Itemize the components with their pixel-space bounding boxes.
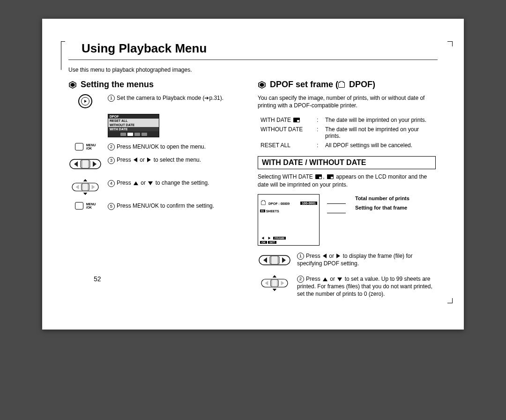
svg-marker-23 bbox=[273, 275, 277, 278]
svg-rect-14 bbox=[83, 184, 88, 191]
table-row: RESET ALL : All DPOF settings will be ca… bbox=[259, 141, 435, 150]
lcd-tabs bbox=[108, 131, 159, 137]
svg-rect-29 bbox=[272, 280, 277, 286]
date-icon bbox=[315, 174, 322, 179]
crop-mark-tr bbox=[447, 41, 453, 46]
hexagon-icon bbox=[258, 81, 266, 89]
step-5-row: MENU /OK 5Press MENU/OK to confirm the s… bbox=[68, 202, 246, 210]
caption-total: Total number of prints bbox=[355, 194, 409, 203]
step-4-row: 4Press or to change the setting. bbox=[68, 179, 246, 196]
section-heading-dpof: DPOF set frame ( DPOF) bbox=[258, 80, 436, 90]
dpof-lcd-row: 100-0001 DPOF : 00009 01 SHEETS FRAME OK… bbox=[258, 194, 436, 246]
step-1-text: 1Set the camera to Playback mode (➔p.31)… bbox=[108, 94, 246, 102]
playback-dial-icon bbox=[78, 94, 92, 108]
dpof-step-2-row: 2Press or to set a value. Up to 99 sheet… bbox=[258, 275, 436, 298]
menu-ok-button-icon: MENU /OK bbox=[75, 143, 96, 150]
lcd-menu-illustration: DPOF RESET ALL WITHOUT DATE WITH DATE bbox=[108, 114, 159, 137]
controller-icon-horizontal bbox=[68, 156, 102, 173]
lcd-head: DPOF bbox=[108, 114, 159, 119]
step-2-text: 2Press MENU/OK to open the menu. bbox=[108, 143, 246, 150]
lcd-item-withdate-selected: WITH DATE bbox=[108, 127, 159, 131]
right-arrow-icon bbox=[336, 254, 340, 258]
withdate-subtext: Selecting WITH DATE , appears on the LCD… bbox=[258, 173, 436, 188]
svg-marker-9 bbox=[83, 193, 88, 195]
step-2-row: MENU /OK 2Press MENU/OK to open the menu… bbox=[68, 143, 246, 150]
left-arrow-icon bbox=[323, 254, 327, 258]
manual-page: Using Playback Menu Use this menu to pla… bbox=[42, 19, 464, 330]
section-heading-text: DPOF set frame ( DPOF) bbox=[270, 80, 375, 90]
svg-marker-24 bbox=[273, 289, 277, 291]
file-number-badge: 100-0001 bbox=[300, 202, 317, 205]
tab-diecut-mark bbox=[61, 41, 65, 70]
right-arrow-icon bbox=[147, 158, 151, 162]
right-column: DPOF set frame ( DPOF) You can specify t… bbox=[258, 80, 436, 303]
step-4-text: 4Press or to change the setting. bbox=[108, 179, 246, 187]
down-arrow-icon bbox=[337, 278, 342, 281]
menu-ok-button-icon: MENU /OK bbox=[75, 202, 96, 210]
up-arrow-icon bbox=[134, 181, 138, 185]
up-arrow-icon bbox=[323, 278, 327, 281]
dpof-step-2-text: 2Press or to set a value. Up to 99 sheet… bbox=[297, 275, 436, 298]
callout-connector-lines bbox=[329, 194, 346, 246]
two-column-layout: Setting the menus 1Set the camera to Pla… bbox=[68, 80, 438, 303]
controller-icon-horizontal bbox=[258, 252, 291, 270]
lcd-menu-row: DPOF RESET ALL WITHOUT DATE WITH DATE bbox=[68, 114, 246, 137]
page-number: 52 bbox=[94, 275, 101, 283]
date-icon bbox=[293, 118, 300, 122]
step-3-text: 3Press or to select the menu. bbox=[108, 156, 246, 164]
dpof-step-1-row: 1Press or to display the frame (file) fo… bbox=[258, 252, 436, 270]
caption-setting: Setting for that frame bbox=[355, 203, 409, 213]
lcd-body: RESET ALL WITHOUT DATE WITH DATE bbox=[108, 119, 159, 131]
svg-rect-7 bbox=[82, 160, 88, 168]
table-row: WITHOUT DATE : The date will not be impr… bbox=[259, 125, 435, 140]
date-icon bbox=[327, 174, 334, 179]
left-arrow-icon bbox=[134, 158, 137, 162]
step-1-row: 1Set the camera to Playback mode (➔p.31)… bbox=[68, 94, 246, 108]
section-heading-text: Setting the menus bbox=[81, 80, 154, 90]
svg-rect-22 bbox=[272, 256, 277, 264]
withdate-boxed-heading: WITH DATE / WITHOUT DATE bbox=[258, 156, 436, 169]
left-column: Setting the menus 1Set the camera to Pla… bbox=[68, 80, 246, 303]
lcd-item-withoutdate: WITHOUT DATE bbox=[108, 123, 159, 127]
dpof-lcd-illustration: 100-0001 DPOF : 00009 01 SHEETS FRAME OK… bbox=[258, 194, 320, 246]
print-icon bbox=[338, 82, 345, 88]
down-arrow-icon bbox=[148, 181, 153, 185]
sheets-count: 01 SHEETS bbox=[260, 210, 319, 213]
dpof-intro: You can specify the image, number of pri… bbox=[258, 94, 436, 109]
step-3-row: 3Press or to select the menu. bbox=[68, 156, 246, 173]
lcd-item-reset: RESET ALL bbox=[108, 119, 159, 123]
section-heading-menus: Setting the menus bbox=[68, 80, 246, 90]
dpof-step-1-text: 1Press or to display the frame (file) fo… bbox=[297, 252, 436, 268]
svg-marker-8 bbox=[83, 179, 88, 181]
page-title: Using Playback Menu bbox=[68, 41, 438, 60]
crop-mark-br bbox=[447, 298, 453, 303]
dpof-options-table: WITH DATE : The date will be imprinted o… bbox=[258, 115, 436, 150]
hexagon-icon bbox=[68, 81, 77, 89]
intro-text: Use this menu to playback photographed i… bbox=[68, 67, 438, 73]
callout-captions: Total number of prints Setting for that … bbox=[355, 194, 409, 213]
table-row: WITH DATE : The date will be imprinted o… bbox=[259, 116, 435, 124]
controller-icon-vertical bbox=[258, 275, 291, 292]
step-5-text: 5Press MENU/OK to confirm the setting. bbox=[108, 202, 246, 210]
controller-icon-vertical bbox=[68, 179, 102, 196]
